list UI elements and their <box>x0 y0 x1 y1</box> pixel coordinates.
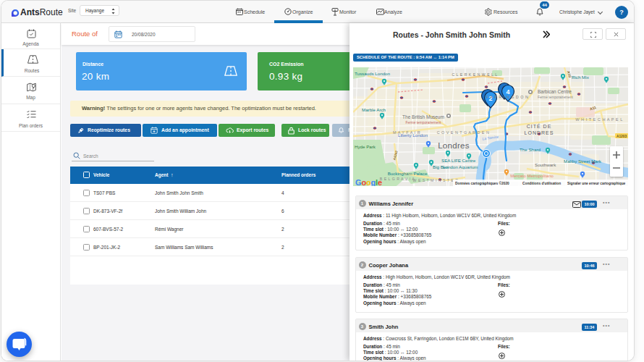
svg-text:M A Y F A I R: M A Y F A I R <box>393 130 420 135</box>
svg-text:Fermé temporairement: Fermé temporairement <box>538 96 573 99</box>
svg-text:W E S T M I N S T E R: W E S T M I N S T E R <box>413 178 459 182</box>
svg-text:C L E R K E N W E L L: C L E R K E N W E L L <box>452 72 497 77</box>
svg-text:Barbican Centre: Barbican Centre <box>538 89 572 94</box>
svg-text:Signaler une erreur cartograph: Signaler une erreur cartographique <box>567 182 626 185</box>
svg-text:The Shard: The Shard <box>520 147 541 152</box>
svg-text:A1203: A1203 <box>617 135 627 138</box>
svg-text:Conditions d'utilisation: Conditions d'utilisation <box>522 182 561 185</box>
svg-text:LONDRES: LONDRES <box>525 130 554 135</box>
svg-text:CITÉ DE: CITÉ DE <box>527 123 552 129</box>
svg-text:Données cartographiques ©2020: Données cartographiques ©2020 <box>455 181 509 185</box>
svg-text:Rich Mix: Rich Mix <box>572 75 590 80</box>
svg-text:Marble Arch: Marble Arch <box>362 107 386 112</box>
svg-text:G: G <box>355 178 362 186</box>
svg-text:W H I T E C H A P E L: W H I T E C H A P E L <box>575 117 623 122</box>
svg-text:Southwark: Southwark <box>535 162 556 167</box>
svg-text:Buckingham Palace: Buckingham Palace <box>388 171 428 176</box>
svg-text:SEA LIFE Centre: SEA LIFE Centre <box>441 158 476 163</box>
svg-text:Mercato Metropolitano: Mercato Metropolitano <box>510 174 554 178</box>
svg-text:London Aquarium: London Aquarium <box>443 164 478 169</box>
svg-text:The British Museum: The British Museum <box>402 114 444 119</box>
svg-text:Fermé temporairement: Fermé temporairement <box>406 121 441 125</box>
svg-text:B E L G R A V I A: B E L G R A V I A <box>380 177 415 181</box>
svg-text:C O V E N T G A R D E N: C O V E N T G A R D E N <box>437 130 490 135</box>
svg-text:Hyde Park: Hyde Park <box>355 144 376 149</box>
svg-text:Tussauds London: Tussauds London <box>355 71 391 76</box>
svg-text:Maltby Street Mark: Maltby Street Mark <box>564 159 602 164</box>
svg-text:Londres: Londres <box>438 141 470 150</box>
svg-text:F A R R I N G D O N: F A R R I N G D O N <box>486 95 529 99</box>
svg-text:e: e <box>378 178 382 186</box>
